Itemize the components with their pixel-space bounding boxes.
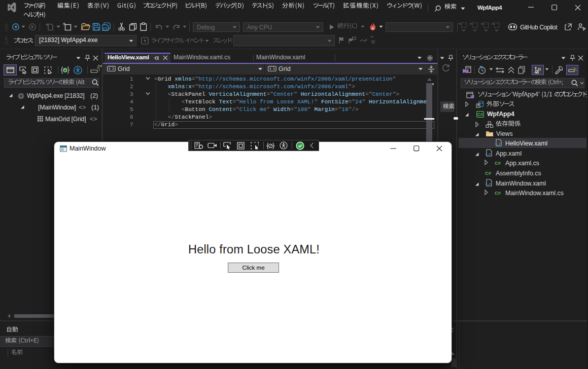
svg-text:C#: C# bbox=[477, 112, 483, 117]
